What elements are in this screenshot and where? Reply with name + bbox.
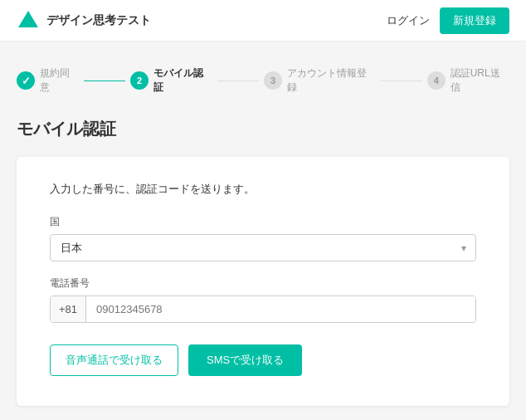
step-4: 4 認証URL送信 <box>427 66 509 95</box>
main-card: 入力した番号に、認証コードを送ります。 国 日本 アメリカ 中国 韓国 その他 … <box>17 157 509 406</box>
phone-prefix: +81 <box>51 296 86 322</box>
register-button[interactable]: 新規登録 <box>440 7 509 34</box>
card-description: 入力した番号に、認証コードを送ります。 <box>50 182 476 197</box>
country-field-group: 国 日本 アメリカ 中国 韓国 その他 ▾ <box>50 215 476 261</box>
connector-1-2 <box>84 81 125 81</box>
step-4-number: 4 <box>434 76 439 85</box>
country-select[interactable]: 日本 アメリカ 中国 韓国 その他 <box>50 234 476 261</box>
connector-2-3 <box>217 81 259 81</box>
step-3-number: 3 <box>270 76 275 85</box>
phone-input[interactable] <box>86 296 475 322</box>
action-buttons: 音声通話で受け取る SMSで受け取る <box>50 344 476 376</box>
step-1-circle <box>17 71 35 90</box>
logo-text: デザイン思考テスト <box>46 13 151 28</box>
step-2-number: 2 <box>137 76 142 85</box>
phone-input-wrapper: +81 <box>50 295 476 323</box>
logo-icon <box>17 9 40 32</box>
header-actions: ログイン 新規登録 <box>387 7 509 34</box>
phone-label: 電話番号 <box>50 276 476 291</box>
country-select-wrapper: 日本 アメリカ 中国 韓国 その他 ▾ <box>50 234 476 261</box>
step-1: 規約同意 <box>17 66 79 95</box>
phone-field-group: 電話番号 +81 <box>50 276 476 323</box>
svg-marker-0 <box>18 11 38 27</box>
steps-container: 規約同意 2 モバイル認証 3 アカウント情報登録 4 認証URL送信 <box>17 66 509 95</box>
step-4-circle: 4 <box>427 71 446 90</box>
step-3-label: アカウント情報登録 <box>287 66 376 95</box>
step-3-circle: 3 <box>264 71 282 90</box>
step-4-label: 認証URL送信 <box>451 66 509 95</box>
page-title: モバイル認証 <box>17 118 509 140</box>
step-2-circle: 2 <box>130 71 149 90</box>
country-label: 国 <box>50 215 476 229</box>
logo-area: デザイン思考テスト <box>17 9 151 32</box>
step-2-label: モバイル認証 <box>153 66 212 95</box>
step-2: 2 モバイル認証 <box>130 66 212 95</box>
connector-3-4 <box>381 81 422 81</box>
voice-call-button[interactable]: 音声通話で受け取る <box>50 344 178 376</box>
sms-button[interactable]: SMSで受け取る <box>188 344 302 376</box>
step-1-label: 規約同意 <box>40 66 79 95</box>
step-3: 3 アカウント情報登録 <box>264 66 376 95</box>
step-1-check-icon <box>22 75 31 87</box>
login-link[interactable]: ログイン <box>387 13 430 28</box>
